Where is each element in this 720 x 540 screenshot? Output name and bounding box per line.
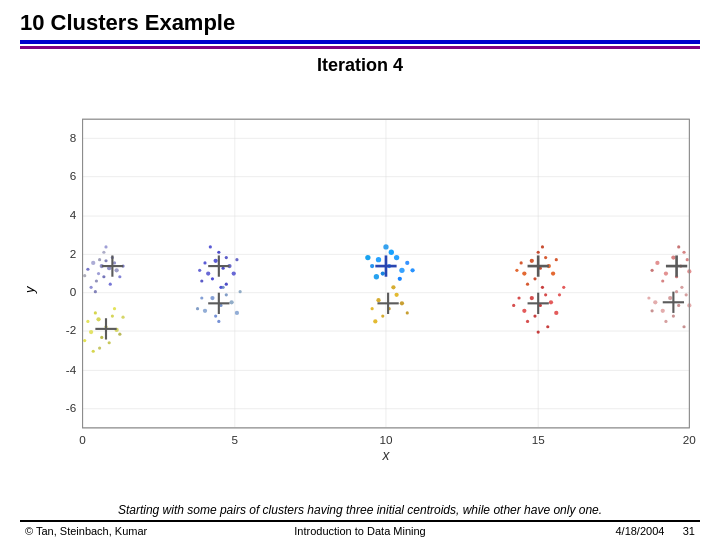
- svg-point-97: [239, 290, 242, 293]
- svg-point-60: [94, 311, 97, 314]
- svg-point-123: [373, 319, 377, 323]
- chart-inner: 8 6 4 2 0 -2 -4 -6 0 5 10 15 20 x: [40, 80, 700, 499]
- svg-point-180: [664, 320, 667, 323]
- svg-point-111: [410, 268, 414, 272]
- svg-point-172: [677, 304, 680, 307]
- svg-point-66: [92, 350, 95, 353]
- svg-point-107: [405, 261, 409, 265]
- svg-point-137: [515, 269, 518, 272]
- svg-text:x: x: [382, 447, 391, 463]
- svg-point-175: [672, 315, 675, 318]
- svg-point-45: [83, 274, 86, 277]
- svg-point-82: [225, 283, 228, 286]
- svg-point-183: [675, 290, 678, 293]
- svg-text:15: 15: [532, 433, 546, 446]
- svg-point-128: [522, 271, 526, 275]
- chart-svg: 8 6 4 2 0 -2 -4 -6 0 5 10 15 20 x: [40, 80, 700, 499]
- svg-point-73: [211, 277, 214, 280]
- svg-point-77: [232, 271, 236, 275]
- svg-point-71: [206, 271, 210, 275]
- svg-text:-6: -6: [66, 401, 76, 414]
- svg-point-148: [541, 286, 544, 289]
- svg-point-178: [651, 309, 654, 312]
- svg-point-61: [118, 333, 121, 336]
- svg-point-149: [554, 311, 558, 315]
- svg-point-155: [562, 286, 565, 289]
- svg-point-120: [371, 307, 374, 310]
- divider-blue: [20, 40, 700, 44]
- svg-point-135: [526, 283, 529, 286]
- svg-point-90: [214, 315, 217, 318]
- svg-point-81: [209, 245, 212, 248]
- svg-point-48: [104, 245, 107, 248]
- svg-point-160: [664, 271, 668, 275]
- svg-point-62: [83, 339, 86, 342]
- svg-point-42: [90, 286, 93, 289]
- svg-text:0: 0: [70, 285, 77, 298]
- svg-point-103: [381, 271, 385, 275]
- svg-point-105: [370, 264, 374, 268]
- svg-text:0: 0: [79, 433, 86, 446]
- svg-point-136: [541, 245, 544, 248]
- svg-point-76: [217, 251, 220, 254]
- svg-point-47: [94, 290, 97, 293]
- svg-point-174: [685, 293, 688, 296]
- svg-point-86: [210, 296, 214, 300]
- svg-point-138: [555, 258, 558, 261]
- svg-text:8: 8: [70, 131, 77, 144]
- footer: © Tan, Steinbach, Kumar Introduction to …: [20, 520, 700, 540]
- svg-point-118: [381, 315, 384, 318]
- svg-point-31: [104, 259, 107, 262]
- iteration-label: Iteration 4: [20, 55, 700, 76]
- svg-point-126: [530, 259, 534, 263]
- svg-point-92: [200, 296, 203, 299]
- svg-point-52: [96, 317, 100, 321]
- svg-point-110: [383, 244, 388, 249]
- svg-point-163: [655, 261, 659, 265]
- svg-point-129: [544, 256, 547, 259]
- svg-text:5: 5: [232, 433, 239, 446]
- svg-point-78: [200, 279, 203, 282]
- svg-point-95: [196, 307, 199, 310]
- svg-point-64: [98, 346, 101, 349]
- svg-point-75: [203, 261, 206, 264]
- svg-point-38: [115, 268, 119, 272]
- svg-point-94: [235, 311, 239, 315]
- chart-container: y: [20, 80, 700, 499]
- svg-point-132: [520, 261, 523, 264]
- svg-text:20: 20: [683, 433, 697, 446]
- svg-point-115: [376, 298, 380, 302]
- svg-point-39: [86, 268, 89, 271]
- svg-point-83: [198, 269, 201, 272]
- svg-point-112: [365, 255, 370, 260]
- svg-point-119: [400, 301, 404, 305]
- svg-point-100: [376, 257, 381, 262]
- svg-point-65: [113, 307, 116, 310]
- svg-text:-2: -2: [66, 323, 76, 336]
- svg-point-177: [680, 286, 683, 289]
- svg-point-88: [203, 309, 207, 313]
- svg-point-158: [671, 255, 675, 259]
- svg-point-151: [546, 325, 549, 328]
- svg-point-59: [108, 341, 111, 344]
- svg-point-41: [118, 275, 121, 278]
- chart-area: Iteration 4 y: [20, 55, 700, 499]
- svg-point-108: [374, 274, 379, 279]
- svg-point-164: [682, 251, 685, 254]
- svg-point-173: [661, 309, 665, 313]
- svg-point-181: [682, 325, 685, 328]
- svg-point-146: [549, 300, 553, 304]
- svg-text:6: 6: [70, 169, 77, 182]
- svg-point-80: [235, 258, 238, 261]
- svg-point-89: [225, 293, 228, 296]
- svg-text:10: 10: [379, 433, 393, 446]
- svg-point-58: [86, 320, 89, 323]
- svg-point-56: [100, 336, 103, 339]
- svg-point-93: [222, 286, 225, 289]
- divider-purple: [20, 46, 700, 49]
- svg-point-165: [651, 269, 654, 272]
- svg-point-32: [97, 272, 100, 275]
- svg-text:-4: -4: [66, 363, 77, 376]
- footer-center: Introduction to Data Mining: [248, 525, 471, 537]
- svg-point-122: [406, 311, 409, 314]
